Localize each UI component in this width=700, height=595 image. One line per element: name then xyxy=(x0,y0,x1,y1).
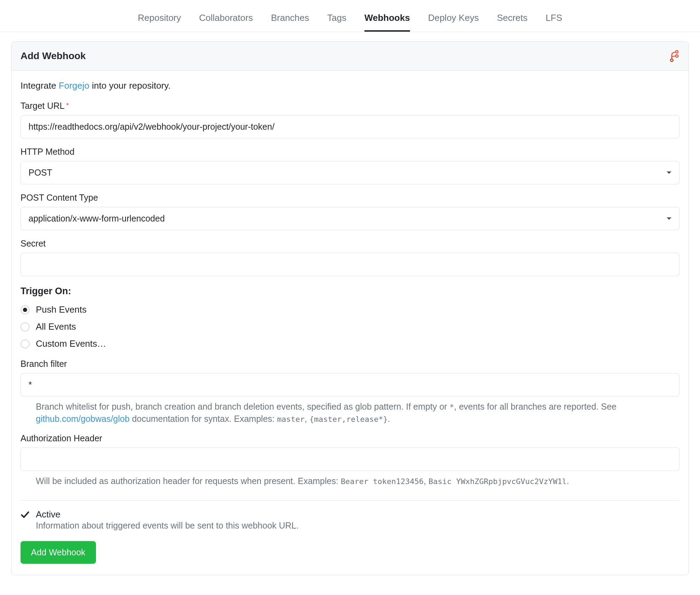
tab-repository[interactable]: Repository xyxy=(138,13,181,32)
panel-title: Add Webhook xyxy=(21,50,86,62)
tab-deploy-keys[interactable]: Deploy Keys xyxy=(428,13,479,32)
radio-all-events[interactable]: All Events xyxy=(21,321,679,332)
target-url-input[interactable] xyxy=(21,115,679,138)
http-method-label: HTTP Method xyxy=(21,147,679,157)
auth-header-help: Will be included as authorization header… xyxy=(21,475,679,487)
branch-filter-help: Branch whitelist for push, branch creati… xyxy=(21,401,679,425)
active-desc: Information about triggered events will … xyxy=(36,521,299,531)
tab-secrets[interactable]: Secrets xyxy=(497,13,528,32)
active-label[interactable]: Active xyxy=(36,509,299,520)
divider xyxy=(21,500,679,501)
chevron-down-icon xyxy=(667,217,671,220)
radio-custom-events[interactable]: Custom Events… xyxy=(21,338,679,349)
secret-input[interactable] xyxy=(21,253,679,276)
forgejo-icon xyxy=(669,50,679,62)
content-type-select[interactable]: application/x-www-form-urlencoded xyxy=(21,207,679,230)
glob-link[interactable]: github.com/gobwas/glob xyxy=(36,414,130,424)
secret-label: Secret xyxy=(21,239,679,249)
chevron-down-icon xyxy=(667,171,671,174)
branch-filter-input[interactable] xyxy=(21,373,679,396)
radio-push-events[interactable]: Push Events xyxy=(21,304,679,315)
tab-tags[interactable]: Tags xyxy=(327,13,346,32)
forgejo-link[interactable]: Forgejo xyxy=(59,80,89,91)
tab-webhooks[interactable]: Webhooks xyxy=(364,13,410,32)
add-webhook-panel: Add Webhook Integrate Forgejo into your … xyxy=(11,41,689,575)
content-type-label: POST Content Type xyxy=(21,193,679,203)
radio-icon xyxy=(21,322,30,331)
radio-icon xyxy=(21,305,30,314)
branch-filter-label: Branch filter xyxy=(21,359,679,369)
settings-tabs: Repository Collaborators Branches Tags W… xyxy=(0,0,700,32)
intro-text: Integrate Forgejo into your repository. xyxy=(21,80,679,91)
trigger-on-title: Trigger On: xyxy=(21,286,679,297)
target-url-label: Target URL * xyxy=(21,101,679,111)
add-webhook-button[interactable]: Add Webhook xyxy=(21,541,96,564)
auth-header-input[interactable] xyxy=(21,448,679,471)
radio-icon xyxy=(21,339,30,348)
tab-collaborators[interactable]: Collaborators xyxy=(199,13,253,32)
tab-lfs[interactable]: LFS xyxy=(546,13,562,32)
tab-branches[interactable]: Branches xyxy=(271,13,309,32)
auth-header-label: Authorization Header xyxy=(21,433,679,443)
http-method-select[interactable]: POST xyxy=(21,161,679,184)
svg-point-0 xyxy=(676,50,678,53)
check-icon[interactable] xyxy=(21,510,30,521)
